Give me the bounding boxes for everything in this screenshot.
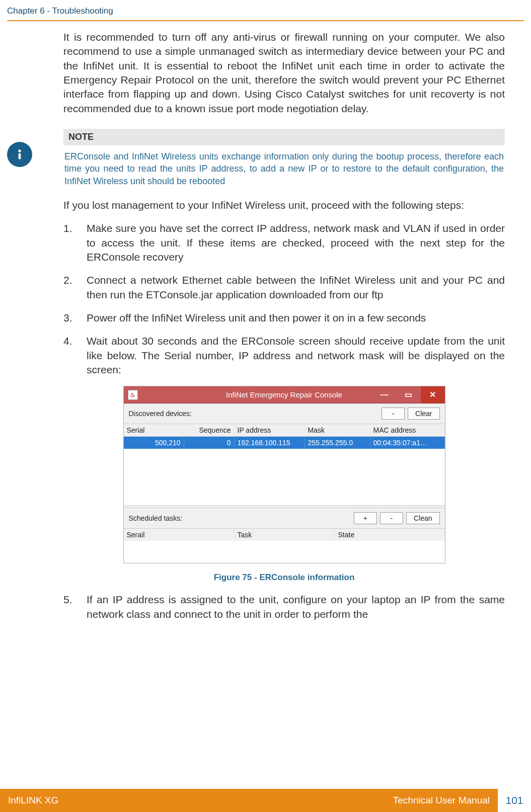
step-item: Make sure you have set the correct IP ad… bbox=[63, 221, 505, 264]
step-item: Connect a network Ethernet cable between… bbox=[63, 273, 505, 302]
scheduled-grid-blank bbox=[124, 541, 445, 563]
cell-mac: 00:04:35:07:a1… bbox=[370, 437, 445, 449]
page-content: It is recommended to turn off any anti-v… bbox=[0, 21, 531, 621]
step-item: Power off the InfiNet Wireless unit and … bbox=[63, 311, 505, 325]
col-mask: Mask bbox=[305, 424, 370, 436]
svg-point-0 bbox=[18, 149, 21, 152]
col-serial: Serial bbox=[124, 424, 184, 436]
plus-button[interactable]: + bbox=[354, 512, 377, 524]
discovered-label: Discovered devices: bbox=[129, 410, 192, 418]
discovered-grid-header: Serial Sequence IP address Mask MAC addr… bbox=[124, 424, 445, 436]
window-controls: ― ▭ ✕ bbox=[372, 386, 445, 403]
footer-product: InfiLINK XG bbox=[8, 795, 58, 806]
discovered-row-selected[interactable]: 500,210 0 192.168.100.115 255.255.255.0 … bbox=[124, 436, 445, 449]
col-mac: MAC address bbox=[370, 424, 445, 436]
col-serail: Serail bbox=[124, 529, 235, 541]
cell-mask: 255.255.255.0 bbox=[305, 437, 370, 449]
page-header: Chapter 6 - Troubleshooting bbox=[0, 0, 531, 20]
col-sequence: Sequence bbox=[184, 424, 235, 436]
discovered-toolbar: Discovered devices: - Clear bbox=[124, 403, 445, 424]
col-state: State bbox=[335, 529, 445, 541]
note-body: ERConsole and InfiNet Wireless units exc… bbox=[63, 150, 505, 189]
note-heading: NOTE bbox=[63, 129, 505, 145]
cell-serial: 500,210 bbox=[124, 437, 184, 449]
intro-paragraph: It is recommended to turn off any anti-v… bbox=[63, 30, 505, 116]
step-item: If an IP address is assigned to the unit… bbox=[63, 593, 505, 621]
close-button[interactable]: ✕ bbox=[421, 386, 445, 403]
col-task: Task bbox=[235, 529, 335, 541]
steps-list: Make sure you have set the correct IP ad… bbox=[63, 221, 505, 377]
clear-button[interactable]: Clear bbox=[408, 408, 439, 420]
figure-caption: Figure 75 - ERConsole information bbox=[214, 573, 355, 583]
page-number: 101 bbox=[498, 789, 531, 812]
steps-intro: If you lost management to your InfiNet W… bbox=[63, 198, 505, 212]
minimize-button[interactable]: ― bbox=[372, 386, 397, 403]
scheduled-toolbar: Scheduled tasks: + - Clean bbox=[124, 508, 445, 528]
steps-list-cont: If an IP address is assigned to the unit… bbox=[63, 593, 505, 621]
svg-rect-1 bbox=[19, 153, 21, 159]
window-titlebar: ♨ InfiNet Emergency Repair Console ― ▭ ✕ bbox=[124, 386, 445, 403]
cell-ip: 192.168.100.115 bbox=[235, 437, 305, 449]
col-ip: IP address bbox=[235, 424, 305, 436]
page-footer: InfiLINK XG Technical User Manual 101 bbox=[0, 789, 531, 812]
step-item: Wait about 30 seconds and the ERConsole … bbox=[63, 334, 505, 377]
erconsole-window: ♨ InfiNet Emergency Repair Console ― ▭ ✕… bbox=[123, 386, 445, 563]
java-icon: ♨ bbox=[128, 390, 138, 400]
minus-button[interactable]: - bbox=[382, 408, 405, 420]
footer-bar: InfiLINK XG Technical User Manual bbox=[0, 789, 498, 812]
figure: ♨ InfiNet Emergency Repair Console ― ▭ ✕… bbox=[63, 386, 505, 583]
cell-sequence: 0 bbox=[184, 437, 235, 449]
clean-button[interactable]: Clean bbox=[406, 512, 440, 524]
minus-button-2[interactable]: - bbox=[380, 512, 403, 524]
footer-manual: Technical User Manual bbox=[393, 795, 490, 806]
maximize-button[interactable]: ▭ bbox=[397, 386, 421, 403]
scheduled-label: Scheduled tasks: bbox=[129, 514, 183, 522]
scheduled-grid-header: Serail Task State bbox=[124, 528, 445, 541]
info-icon bbox=[7, 142, 32, 167]
discovered-grid-blank bbox=[124, 449, 445, 505]
note-block: NOTE ERConsole and InfiNet Wireless unit… bbox=[63, 129, 505, 189]
